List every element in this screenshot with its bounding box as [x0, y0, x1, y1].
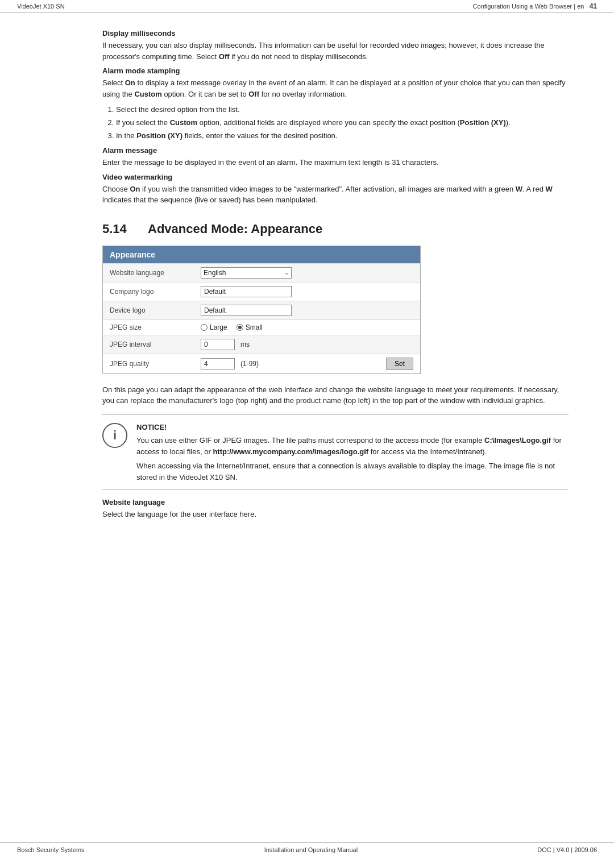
radio-jpeg-large[interactable]: Large: [201, 323, 227, 331]
heading-alarm-mode-stamping: Alarm mode stamping: [102, 67, 569, 75]
alarm-list-item-2: If you select the Custom option, additio…: [116, 117, 569, 129]
notice-paragraph-1: You can use either GIF or JPEG images. T…: [136, 435, 569, 457]
device-logo-input[interactable]: Default: [201, 305, 292, 316]
text-alarm-message: Enter the message to be displayed in the…: [102, 157, 569, 168]
website-language-value: English: [204, 269, 226, 277]
alarm-list-item-3: In the Position (XY) fields, enter the v…: [116, 130, 569, 142]
control-jpeg-quality: 4 (1-99) Set: [201, 358, 413, 370]
description-text: On this page you can adapt the appearanc…: [102, 384, 569, 406]
row-jpeg-size: JPEG size Large Small: [103, 319, 420, 335]
text-alarm-mode-stamping: Select On to display a text message over…: [102, 77, 569, 99]
footer-right: DOC | V4.0 | 2009.06: [537, 846, 597, 853]
radio-circle-small: [237, 324, 243, 331]
main-content: Display milliseconds If necessary, you c…: [0, 13, 614, 541]
row-jpeg-quality: JPEG quality 4 (1-99) Set: [103, 354, 420, 373]
chapter-row: 5.14 Advanced Mode: Appearance: [102, 222, 569, 236]
control-company-logo: Default: [201, 286, 413, 297]
appearance-table: Appearance Website language English ⌄ Co…: [102, 246, 421, 374]
footer-left: Bosch Security Systems: [17, 846, 85, 853]
label-jpeg-size: JPEG size: [110, 323, 201, 331]
notice-title: NOTICE!: [136, 422, 569, 433]
heading-display-milliseconds: Display milliseconds: [102, 29, 569, 38]
top-bar: VideoJet X10 SN Configuration Using a We…: [0, 0, 614, 13]
company-logo-value: Default: [204, 288, 226, 296]
chapter-title: Advanced Mode: Appearance: [148, 222, 322, 236]
top-bar-right-text: Configuration Using a Web Browser | en: [473, 3, 584, 10]
jpeg-quality-range: (1-99): [240, 360, 259, 368]
control-jpeg-size: Large Small: [201, 323, 413, 331]
label-website-language: Website language: [110, 269, 201, 277]
alarm-list-item-1: Select the desired option from the list.: [116, 104, 569, 116]
section-display-milliseconds: Display milliseconds If necessary, you c…: [102, 29, 569, 62]
radio-jpeg-small[interactable]: Small: [237, 323, 263, 331]
label-jpeg-interval: JPEG interval: [110, 340, 201, 348]
row-device-logo: Device logo Default: [103, 301, 420, 319]
jpeg-quality-value: 4: [204, 360, 208, 368]
heading-video-watermarking: Video watermarking: [102, 173, 569, 181]
label-jpeg-quality: JPEG quality: [110, 360, 201, 368]
notice-box: i NOTICE! You can use either GIF or JPEG…: [102, 414, 569, 491]
set-button[interactable]: Set: [386, 358, 413, 370]
top-bar-left: VideoJet X10 SN: [17, 3, 65, 10]
appearance-header: Appearance: [103, 246, 420, 263]
section-alarm-mode-stamping: Alarm mode stamping Select On to display…: [102, 67, 569, 142]
jpeg-interval-unit: ms: [240, 340, 250, 348]
label-device-logo: Device logo: [110, 306, 201, 314]
heading-website-language-bottom: Website language: [102, 498, 569, 506]
label-company-logo: Company logo: [110, 288, 201, 296]
control-jpeg-interval: 0 ms: [201, 339, 413, 350]
radio-label-large: Large: [210, 323, 227, 331]
jpeg-interval-input[interactable]: 0: [201, 339, 235, 350]
section-alarm-message: Alarm message Enter the message to be di…: [102, 146, 569, 168]
jpeg-size-radio-group: Large Small: [201, 323, 263, 331]
row-company-logo: Company logo Default: [103, 282, 420, 301]
notice-content: NOTICE! You can use either GIF or JPEG i…: [136, 422, 569, 483]
control-website-language: English ⌄: [201, 267, 413, 279]
heading-alarm-message: Alarm message: [102, 146, 569, 155]
section-website-language-bottom: Website language Select the language for…: [102, 498, 569, 520]
jpeg-interval-value: 0: [204, 340, 208, 348]
radio-circle-large: [201, 324, 208, 331]
text-display-milliseconds: If necessary, you can also display milli…: [102, 40, 569, 62]
section-video-watermarking: Video watermarking Choose On if you wish…: [102, 173, 569, 206]
notice-paragraph-2: When accessing via the Internet/Intranet…: [136, 460, 569, 483]
page-number: 41: [590, 2, 597, 10]
alarm-mode-list: Select the desired option from the list.…: [116, 104, 569, 142]
chevron-down-icon: ⌄: [284, 269, 289, 276]
footer-center: Installation and Operating Manual: [264, 846, 358, 853]
website-language-select[interactable]: English ⌄: [201, 267, 292, 279]
control-device-logo: Default: [201, 305, 413, 316]
top-bar-right: Configuration Using a Web Browser | en 4…: [473, 2, 597, 10]
footer: Bosch Security Systems Installation and …: [0, 842, 614, 857]
jpeg-quality-input[interactable]: 4: [201, 358, 235, 369]
company-logo-input[interactable]: Default: [201, 286, 292, 297]
text-video-watermarking: Choose On if you wish the transmitted vi…: [102, 184, 569, 206]
row-jpeg-interval: JPEG interval 0 ms: [103, 335, 420, 354]
text-website-language-bottom: Select the language for the user interfa…: [102, 509, 569, 520]
info-icon: i: [102, 423, 127, 448]
device-logo-value: Default: [204, 306, 226, 314]
chapter-number: 5.14: [102, 222, 148, 236]
radio-label-small: Small: [246, 323, 263, 331]
row-website-language: Website language English ⌄: [103, 263, 420, 282]
